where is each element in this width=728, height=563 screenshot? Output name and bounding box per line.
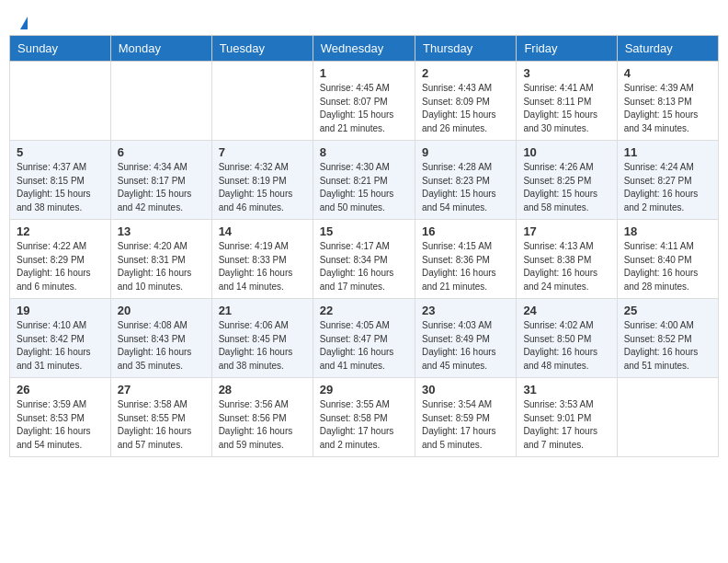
- calendar-cell: 26Sunrise: 3:59 AMSunset: 8:53 PMDayligh…: [10, 378, 111, 457]
- calendar-cell: 24Sunrise: 4:02 AMSunset: 8:50 PMDayligh…: [517, 299, 617, 378]
- day-info: Sunrise: 4:28 AMSunset: 8:23 PMDaylight:…: [422, 161, 509, 214]
- calendar-cell: 20Sunrise: 4:08 AMSunset: 8:43 PMDayligh…: [110, 299, 211, 378]
- day-number: 30: [422, 383, 509, 396]
- day-number: 5: [17, 145, 104, 159]
- day-number: 7: [219, 145, 306, 159]
- calendar-cell: 30Sunrise: 3:54 AMSunset: 8:59 PMDayligh…: [415, 378, 516, 457]
- day-number: 6: [118, 145, 205, 159]
- day-number: 3: [523, 66, 609, 80]
- calendar-cell: 13Sunrise: 4:20 AMSunset: 8:31 PMDayligh…: [110, 220, 211, 299]
- calendar-cell: 10Sunrise: 4:26 AMSunset: 8:25 PMDayligh…: [517, 141, 617, 220]
- day-number: 12: [17, 224, 104, 238]
- day-info: Sunrise: 3:53 AMSunset: 9:01 PMDaylight:…: [523, 398, 609, 452]
- day-info: Sunrise: 4:00 AMSunset: 8:52 PMDaylight:…: [624, 319, 711, 373]
- day-number: 17: [523, 224, 609, 238]
- calendar-cell: [211, 62, 313, 141]
- header: [9, 9, 719, 35]
- day-number: 15: [320, 224, 408, 238]
- day-info: Sunrise: 4:26 AMSunset: 8:25 PMDaylight:…: [523, 161, 609, 214]
- day-number: 19: [17, 304, 104, 317]
- day-number: 1: [320, 66, 408, 80]
- calendar-cell: 3Sunrise: 4:41 AMSunset: 8:11 PMDaylight…: [517, 62, 617, 141]
- day-info: Sunrise: 3:58 AMSunset: 8:55 PMDaylight:…: [118, 398, 205, 452]
- day-info: Sunrise: 4:20 AMSunset: 8:31 PMDaylight:…: [118, 240, 205, 293]
- calendar-cell: 8Sunrise: 4:30 AMSunset: 8:21 PMDaylight…: [313, 141, 415, 220]
- day-info: Sunrise: 4:34 AMSunset: 8:17 PMDaylight:…: [118, 161, 205, 214]
- day-info: Sunrise: 4:37 AMSunset: 8:15 PMDaylight:…: [17, 161, 104, 214]
- day-info: Sunrise: 3:54 AMSunset: 8:59 PMDaylight:…: [422, 398, 509, 452]
- day-number: 9: [422, 145, 509, 159]
- weekday-header-saturday: Saturday: [617, 36, 718, 62]
- calendar-cell: 9Sunrise: 4:28 AMSunset: 8:23 PMDaylight…: [415, 141, 516, 220]
- calendar-cell: 29Sunrise: 3:55 AMSunset: 8:58 PMDayligh…: [313, 378, 415, 457]
- calendar-cell: 5Sunrise: 4:37 AMSunset: 8:15 PMDaylight…: [10, 141, 111, 220]
- day-number: 27: [118, 383, 205, 396]
- weekday-header-tuesday: Tuesday: [211, 36, 313, 62]
- day-info: Sunrise: 4:17 AMSunset: 8:34 PMDaylight:…: [320, 240, 408, 293]
- day-info: Sunrise: 3:59 AMSunset: 8:53 PMDaylight:…: [17, 398, 104, 452]
- calendar-cell: 11Sunrise: 4:24 AMSunset: 8:27 PMDayligh…: [617, 141, 718, 220]
- day-info: Sunrise: 4:02 AMSunset: 8:50 PMDaylight:…: [523, 319, 609, 373]
- day-number: 18: [624, 224, 711, 238]
- day-number: 29: [320, 383, 408, 396]
- day-info: Sunrise: 4:08 AMSunset: 8:43 PMDaylight:…: [118, 319, 205, 373]
- calendar-week-row: 26Sunrise: 3:59 AMSunset: 8:53 PMDayligh…: [10, 378, 719, 457]
- logo: [18, 17, 28, 29]
- weekday-header-thursday: Thursday: [415, 36, 516, 62]
- day-number: 8: [320, 145, 408, 159]
- day-number: 24: [523, 304, 609, 317]
- calendar-cell: 21Sunrise: 4:06 AMSunset: 8:45 PMDayligh…: [211, 299, 313, 378]
- calendar-cell: 22Sunrise: 4:05 AMSunset: 8:47 PMDayligh…: [313, 299, 415, 378]
- calendar-cell: 2Sunrise: 4:43 AMSunset: 8:09 PMDaylight…: [415, 62, 516, 141]
- logo-triangle-icon: [20, 17, 28, 29]
- day-number: 10: [523, 145, 609, 159]
- calendar-cell: 12Sunrise: 4:22 AMSunset: 8:29 PMDayligh…: [10, 220, 111, 299]
- calendar-cell: 27Sunrise: 3:58 AMSunset: 8:55 PMDayligh…: [110, 378, 211, 457]
- day-number: 11: [624, 145, 711, 159]
- day-number: 26: [17, 383, 104, 396]
- day-info: Sunrise: 4:15 AMSunset: 8:36 PMDaylight:…: [422, 240, 509, 293]
- calendar-cell: 14Sunrise: 4:19 AMSunset: 8:33 PMDayligh…: [211, 220, 313, 299]
- day-info: Sunrise: 4:41 AMSunset: 8:11 PMDaylight:…: [523, 82, 609, 135]
- calendar-week-row: 5Sunrise: 4:37 AMSunset: 8:15 PMDaylight…: [10, 141, 719, 220]
- day-info: Sunrise: 4:19 AMSunset: 8:33 PMDaylight:…: [219, 240, 306, 293]
- weekday-header-monday: Monday: [110, 36, 211, 62]
- calendar-cell: [10, 62, 111, 141]
- calendar-cell: 6Sunrise: 4:34 AMSunset: 8:17 PMDaylight…: [110, 141, 211, 220]
- calendar-cell: 25Sunrise: 4:00 AMSunset: 8:52 PMDayligh…: [617, 299, 718, 378]
- day-number: 23: [422, 304, 509, 317]
- day-number: 25: [624, 304, 711, 317]
- day-number: 14: [219, 224, 306, 238]
- calendar-cell: [617, 378, 718, 457]
- weekday-header-wednesday: Wednesday: [313, 36, 415, 62]
- day-info: Sunrise: 4:45 AMSunset: 8:07 PMDaylight:…: [320, 82, 408, 135]
- calendar-cell: 31Sunrise: 3:53 AMSunset: 9:01 PMDayligh…: [517, 378, 617, 457]
- calendar-week-row: 19Sunrise: 4:10 AMSunset: 8:42 PMDayligh…: [10, 299, 719, 378]
- calendar-cell: 19Sunrise: 4:10 AMSunset: 8:42 PMDayligh…: [10, 299, 111, 378]
- calendar-cell: 16Sunrise: 4:15 AMSunset: 8:36 PMDayligh…: [415, 220, 516, 299]
- calendar-cell: 1Sunrise: 4:45 AMSunset: 8:07 PMDaylight…: [313, 62, 415, 141]
- day-info: Sunrise: 4:06 AMSunset: 8:45 PMDaylight:…: [219, 319, 306, 373]
- calendar-cell: 4Sunrise: 4:39 AMSunset: 8:13 PMDaylight…: [617, 62, 718, 141]
- day-info: Sunrise: 4:32 AMSunset: 8:19 PMDaylight:…: [219, 161, 306, 214]
- day-number: 31: [523, 383, 609, 396]
- day-number: 22: [320, 304, 408, 317]
- calendar-cell: 18Sunrise: 4:11 AMSunset: 8:40 PMDayligh…: [617, 220, 718, 299]
- calendar-week-row: 12Sunrise: 4:22 AMSunset: 8:29 PMDayligh…: [10, 220, 719, 299]
- day-info: Sunrise: 4:13 AMSunset: 8:38 PMDaylight:…: [523, 240, 609, 293]
- day-info: Sunrise: 4:03 AMSunset: 8:49 PMDaylight:…: [422, 319, 509, 373]
- calendar-table: SundayMondayTuesdayWednesdayThursdayFrid…: [9, 35, 719, 457]
- day-number: 2: [422, 66, 509, 80]
- day-info: Sunrise: 4:22 AMSunset: 8:29 PMDaylight:…: [17, 240, 104, 293]
- day-number: 20: [118, 304, 205, 317]
- day-info: Sunrise: 4:05 AMSunset: 8:47 PMDaylight:…: [320, 319, 408, 373]
- day-number: 28: [219, 383, 306, 396]
- day-number: 16: [422, 224, 509, 238]
- weekday-header-sunday: Sunday: [10, 36, 111, 62]
- calendar-cell: 7Sunrise: 4:32 AMSunset: 8:19 PMDaylight…: [211, 141, 313, 220]
- day-info: Sunrise: 4:11 AMSunset: 8:40 PMDaylight:…: [624, 240, 711, 293]
- day-number: 13: [118, 224, 205, 238]
- day-info: Sunrise: 4:10 AMSunset: 8:42 PMDaylight:…: [17, 319, 104, 373]
- day-number: 21: [219, 304, 306, 317]
- calendar-cell: 15Sunrise: 4:17 AMSunset: 8:34 PMDayligh…: [313, 220, 415, 299]
